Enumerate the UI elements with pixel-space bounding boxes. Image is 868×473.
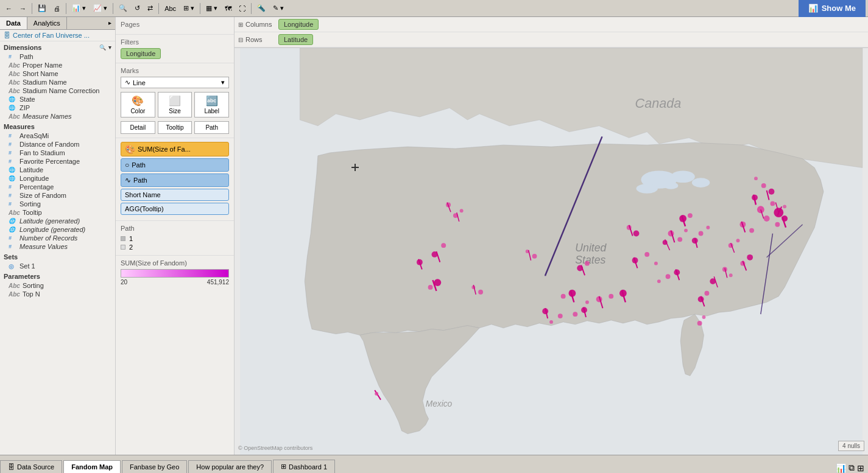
- field-favorite-percentage[interactable]: # Favorite Percentage: [0, 157, 115, 166]
- svg-point-36: [688, 213, 693, 218]
- marks-section: Marks ∿ Line ▾ 🎨 Color ⬜ Size 🔤: [116, 63, 234, 138]
- field-measure-values[interactable]: # Measure Values: [0, 242, 115, 251]
- pill-size-of-fandom[interactable]: 🎨 SUM(Size of Fa...: [121, 142, 229, 156]
- field-set1[interactable]: ◎ Set 1: [0, 262, 115, 270]
- pill-short-name[interactable]: Short Name: [121, 189, 229, 201]
- hash-icon-11: #: [9, 244, 17, 250]
- field-zip[interactable]: 🌐 ZIP: [0, 103, 115, 112]
- field-top-n[interactable]: Abc Top N: [0, 290, 115, 298]
- refresh-btn[interactable]: ↺: [132, 2, 143, 15]
- tab-fanbase-by-geo[interactable]: Fanbase by Geo: [122, 460, 187, 473]
- set-icon: ◎: [9, 263, 17, 270]
- svg-point-4: [692, 178, 710, 187]
- path-btn[interactable]: Path: [194, 121, 229, 134]
- svg-point-12: [771, 201, 775, 206]
- field-sorting-param[interactable]: Abc Sorting: [0, 281, 115, 290]
- us-label: United: [575, 242, 607, 254]
- datasource-selector[interactable]: 🗄 Center of Fan Universe ...: [0, 30, 115, 41]
- filters-longitude-pill[interactable]: Longitude: [121, 48, 161, 59]
- svg-point-72: [549, 320, 553, 324]
- field-sorting[interactable]: # Sorting: [0, 200, 115, 208]
- field-stadium-name-correction[interactable]: Abc Stadium Name Correction: [0, 86, 115, 95]
- geo-icon-4: 🌐: [9, 175, 17, 181]
- tab-arrow[interactable]: ▸: [105, 17, 115, 29]
- pages-label: Pages: [121, 21, 229, 28]
- abc-btn[interactable]: Abc: [161, 2, 179, 15]
- fit-btn[interactable]: ⛶: [236, 2, 249, 15]
- pill-path-circle[interactable]: ○ Path: [121, 158, 229, 172]
- sort-icon[interactable]: ▾: [108, 44, 111, 51]
- tab-dashboard-1[interactable]: ⊞ Dashboard 1: [273, 460, 335, 473]
- search-icon[interactable]: 🔍: [99, 44, 106, 51]
- dashboard-icon: ⊞: [281, 463, 286, 471]
- duplicate-icon[interactable]: ⧉: [849, 463, 855, 473]
- sort-sheets-icon[interactable]: ⊞: [857, 463, 864, 473]
- field-num-records[interactable]: # Number of Records: [0, 234, 115, 242]
- forward-btn[interactable]: →: [16, 2, 29, 15]
- filter-btn[interactable]: 🔍: [116, 2, 130, 15]
- nulls-badge[interactable]: 4 nulls: [838, 441, 864, 451]
- field-percentage[interactable]: # Percentage: [0, 183, 115, 191]
- hash-icon-8: #: [9, 192, 17, 198]
- path-dot-1: [121, 236, 125, 241]
- back-btn[interactable]: ←: [2, 2, 15, 15]
- label-btn[interactable]: 🔤 Label: [194, 92, 229, 117]
- tab-fandom-map[interactable]: Fandom Map: [63, 460, 121, 473]
- field-stadium-name[interactable]: Abc Stadium Name: [0, 78, 115, 86]
- highlight-btn[interactable]: 🔦: [254, 2, 269, 15]
- field-latitude-gen[interactable]: 🌐 Latitude (generated): [0, 217, 115, 225]
- tooltip-btn-cell[interactable]: Tooltip: [158, 121, 192, 134]
- legend-max: 451,912: [207, 279, 229, 286]
- svg-point-96: [769, 189, 775, 195]
- map-area[interactable]: Canada United States Mexico: [235, 48, 868, 455]
- size-btn[interactable]: ⬜ Size: [158, 92, 192, 117]
- columns-longitude-pill[interactable]: Longitude: [278, 19, 319, 30]
- columns-grid-icon: ⊞: [238, 21, 243, 28]
- tab-data[interactable]: Data: [0, 17, 27, 29]
- field-areasqmi[interactable]: # AreaSqMi: [0, 131, 115, 140]
- rows-latitude-pill[interactable]: Latitude: [278, 34, 313, 45]
- path-dot-2: [121, 245, 125, 250]
- geo-icon-5: 🌐: [9, 218, 17, 224]
- columns-label-container: ⊞ Columns: [238, 21, 275, 28]
- chart-btn[interactable]: 📊 ▾: [69, 2, 89, 15]
- map-svg: Canada United States Mexico: [235, 48, 868, 455]
- svg-point-65: [644, 252, 649, 257]
- color-pill-icon: 🎨: [125, 144, 135, 154]
- hash-icon: #: [9, 54, 17, 60]
- field-fan-to-stadium[interactable]: # Fan to Stadium: [0, 149, 115, 157]
- tab-data-source[interactable]: 🗄 Data Source: [0, 460, 62, 473]
- annotate-btn[interactable]: ✎ ▾: [270, 2, 287, 15]
- field-distance-of-fandom[interactable]: # Distance of Fandom: [0, 140, 115, 149]
- parameters-section: Parameters: [0, 270, 115, 281]
- field-proper-name[interactable]: Abc Proper Name: [0, 61, 115, 69]
- show-me-button[interactable]: 📊 Show Me: [799, 0, 866, 17]
- field-measure-names[interactable]: Abc Measure Names: [0, 112, 115, 121]
- svg-point-20: [749, 228, 754, 233]
- detail-btn[interactable]: Detail: [121, 121, 155, 134]
- pill-agg-tooltip[interactable]: AGG(Tooltip): [121, 203, 229, 215]
- field-tooltip[interactable]: Abc Tooltip: [0, 208, 115, 217]
- tab-analytics[interactable]: Analytics: [27, 17, 67, 29]
- pill-path-line[interactable]: ∿ Path: [121, 173, 229, 187]
- table-btn[interactable]: ⊞ ▾: [180, 2, 197, 15]
- print-btn[interactable]: 🖨: [51, 2, 63, 15]
- tab-how-popular[interactable]: How popular are they?: [188, 460, 272, 473]
- color-btn[interactable]: 🎨 Color: [121, 92, 155, 117]
- add-sheet-icon[interactable]: 📊: [836, 463, 846, 473]
- field-short-name[interactable]: Abc Short Name: [0, 69, 115, 78]
- marks-type-dropdown[interactable]: ∿ Line ▾: [121, 77, 229, 88]
- swap-btn[interactable]: ⇄: [144, 2, 156, 15]
- field-latitude[interactable]: 🌐 Latitude: [0, 166, 115, 174]
- field-size-of-fandom[interactable]: # Size of Fandom: [0, 191, 115, 200]
- field-path-dim[interactable]: # Path: [0, 52, 115, 61]
- svg-point-67: [654, 262, 658, 265]
- field-longitude[interactable]: 🌐 Longitude: [0, 174, 115, 183]
- field-longitude-gen[interactable]: 🌐 Longitude (generated): [0, 225, 115, 234]
- tooltip-btn[interactable]: ▦ ▾: [203, 2, 221, 15]
- field-state[interactable]: 🌐 State: [0, 95, 115, 103]
- svg-point-73: [558, 314, 563, 318]
- map-btn[interactable]: 🗺: [222, 2, 235, 15]
- bar-btn[interactable]: 📈 ▾: [90, 2, 110, 15]
- save-btn[interactable]: 💾: [35, 2, 49, 15]
